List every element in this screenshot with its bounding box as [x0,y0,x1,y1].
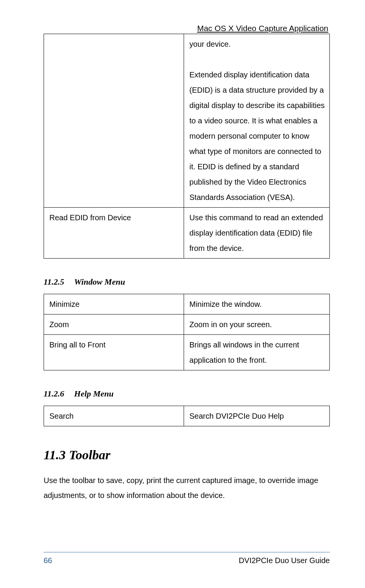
running-header: Mac OS X Video Capture Application [44,24,330,33]
edid-table: your device. Extended display identifica… [44,34,330,259]
section-help-title: Help Menu [74,389,114,398]
table3-r1c2: Search DVI2PCIe Duo Help [184,406,330,426]
help-menu-table: Search Search DVI2PCIe Duo Help [44,406,330,426]
footer-doc-title: DVI2PCIe Duo User Guide [239,556,330,565]
section-window-num: 11.2.5 [44,277,64,287]
section-help-num: 11.2.6 [44,389,64,398]
table2-r1c2: Minimize the window. [184,294,330,314]
table1-r1c2: your device. Extended display identifica… [184,34,330,208]
section-toolbar-num: 11.3 [44,448,66,462]
table2-r1c1: Minimize [44,294,184,314]
page-footer: 66 DVI2PCIe Duo User Guide [44,552,330,565]
toolbar-paragraph: Use the toolbar to save, copy, print the… [44,473,330,503]
section-help-menu: 11.2.6Help Menu [44,389,330,399]
table1-r1c1 [44,34,184,208]
window-menu-table: Minimize Minimize the window. Zoom Zoom … [44,294,330,370]
table2-r3c1: Bring all to Front [44,335,184,370]
page-number: 66 [44,556,52,565]
table2-r2c2: Zoom in on your screen. [184,314,330,335]
section-window-title: Window Menu [74,277,125,287]
table2-r2c1: Zoom [44,314,184,335]
section-toolbar: 11.3 Toolbar [44,448,330,462]
section-toolbar-title: Toolbar [69,448,110,462]
table1-r2c2: Use this command to read an extended dis… [184,208,330,259]
section-window-menu: 11.2.5Window Menu [44,277,330,287]
table2-r3c2: Brings all windows in the current applic… [184,335,330,370]
table1-r2c1: Read EDID from Device [44,208,184,259]
footer-rule [44,552,330,552]
table3-r1c1: Search [44,406,184,426]
